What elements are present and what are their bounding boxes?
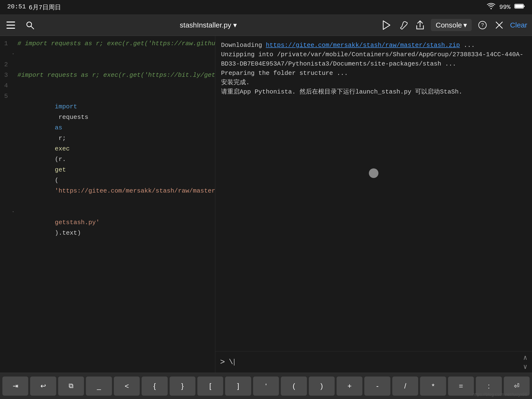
key-copy[interactable]: ⧉ <box>58 377 84 396</box>
key-underscore[interactable]: _ <box>86 377 112 396</box>
main-content: 1 # import requests as r; exec(r.get('ht… <box>0 36 532 373</box>
status-left: 20:51 6月7日周日 <box>7 3 61 12</box>
console-line-5: 请重启App Pythonista. 然后在根目录下运行launch_stash… <box>221 87 526 97</box>
svg-rect-5 <box>6 25 15 25</box>
key-bracket-close[interactable]: ] <box>225 377 251 396</box>
svg-point-0 <box>491 8 492 9</box>
line-content-5b: getstash.py' ).text) <box>16 207 215 249</box>
line-number-4: 4 <box>0 80 11 91</box>
console-line-2: Unzipping into /private/var/mobile/Conta… <box>221 50 526 69</box>
share-button[interactable] <box>414 19 426 31</box>
line-number-3: 3 <box>0 70 11 80</box>
line-number-1: 1 <box>0 38 11 49</box>
toolbar-center: stashInstaller.py ▾ <box>43 21 374 29</box>
console-line-4: 安装完成. <box>221 78 526 87</box>
key-minus[interactable]: - <box>364 377 390 396</box>
key-bracket-open[interactable]: [ <box>197 377 223 396</box>
clear-button[interactable]: Clear <box>510 21 527 29</box>
console-line-3: Preparing the folder structure ... <box>221 69 526 78</box>
line-dot-5b: • <box>11 207 16 217</box>
scroll-indicator <box>369 168 378 178</box>
console-link[interactable]: https://gitee.com/mersakk/stash/raw/mast… <box>266 42 460 49</box>
key-less-than[interactable]: < <box>114 377 140 396</box>
status-time: 20:51 <box>7 3 26 12</box>
line-content-3: #import requests as r; exec(r.get('https… <box>16 70 215 80</box>
console-panel: Downloading https://gitee.com/mersakk/st… <box>215 36 532 373</box>
run-button[interactable] <box>380 19 393 31</box>
code-lines: 1 # import requests as r; exec(r.get('ht… <box>0 36 215 373</box>
key-slash[interactable]: / <box>392 377 418 396</box>
battery-percentage: 99% <box>499 4 510 11</box>
wrench-button[interactable] <box>397 19 409 31</box>
key-brace-close[interactable]: } <box>170 377 196 396</box>
code-line-1: 1 # import requests as r; exec(r.get('ht… <box>0 38 215 49</box>
battery-icon <box>514 3 525 11</box>
line-number-2: 2 <box>0 59 11 70</box>
help-button[interactable]: ? <box>476 19 488 31</box>
console-prompt-area[interactable]: > \ ∧ ∨ <box>215 351 532 373</box>
line-content-5: import requests as r; exec (r. get ( 'ht… <box>16 91 215 207</box>
code-line-5b: • getstash.py' ).text) <box>0 207 215 249</box>
svg-text:?: ? <box>481 22 484 27</box>
svg-rect-4 <box>6 22 15 22</box>
key-quote[interactable]: ' <box>253 377 279 396</box>
key-paren-open[interactable]: ( <box>281 377 307 396</box>
prompt-scroll-buttons: ∧ ∨ <box>523 354 527 371</box>
toolbar: stashInstaller.py ▾ Console ▾ <box>0 14 532 36</box>
prompt-cursor <box>234 359 234 366</box>
status-date: 6月7日周日 <box>29 3 61 12</box>
console-label: Console <box>436 21 462 29</box>
toolbar-left <box>5 19 36 31</box>
prompt-symbol: > <box>220 358 225 367</box>
prompt-input[interactable]: \ <box>229 358 519 366</box>
scroll-up-button[interactable]: ∧ <box>523 354 527 362</box>
key-plus[interactable]: + <box>336 377 362 396</box>
code-line-2: 2 <box>0 59 215 70</box>
code-line-5: 5 import requests as r; exec (r. get ( '… <box>0 91 215 207</box>
status-right: 99% <box>487 3 525 12</box>
svg-line-8 <box>31 26 34 29</box>
key-tab[interactable]: ⇥ <box>2 377 28 396</box>
console-line-1: Downloading https://gitee.com/mersakk/st… <box>221 41 526 50</box>
svg-marker-9 <box>383 21 390 29</box>
search-button[interactable] <box>24 19 36 31</box>
code-line-3: 3 #import requests as r; exec(r.get('htt… <box>0 70 215 80</box>
console-output: Downloading https://gitee.com/mersakk/st… <box>215 36 532 351</box>
code-line-dot: • <box>0 49 215 59</box>
line-number-5: 5 <box>0 91 11 101</box>
console-tab[interactable]: Console ▾ <box>431 19 472 31</box>
file-title[interactable]: stashInstaller.py ▾ <box>180 21 237 29</box>
scroll-down-button[interactable]: ∨ <box>523 363 527 371</box>
keyboard-toolbar: ⇥ ↩ ⧉ _ < { } [ ] ' ( ) + - / * = <box>0 373 532 399</box>
console-spacer <box>221 97 526 192</box>
svg-rect-6 <box>6 28 15 29</box>
toolbar-right: Console ▾ ? Clear <box>380 19 527 31</box>
code-editor[interactable]: 1 # import requests as r; exec(r.get('ht… <box>0 36 215 373</box>
close-console-button[interactable] <box>493 19 505 31</box>
menu-button[interactable] <box>5 19 17 31</box>
key-asterisk[interactable]: * <box>420 377 446 396</box>
key-undo[interactable]: ↩ <box>30 377 56 396</box>
status-bar: 20:51 6月7日周日 99% <box>0 0 532 14</box>
svg-rect-3 <box>515 5 523 8</box>
key-brace-open[interactable]: { <box>142 377 167 396</box>
line-dot-extra: • <box>11 49 16 59</box>
wifi-icon <box>487 3 495 12</box>
line-content-1: # import requests as r; exec(r.get('http… <box>16 38 215 49</box>
file-chevron-icon: ▾ <box>233 21 237 29</box>
watermark: https://blog.csdn.net/luoyx66 <box>473 392 527 397</box>
key-equals[interactable]: = <box>448 377 474 396</box>
svg-rect-2 <box>524 6 525 7</box>
key-paren-close[interactable]: ) <box>309 377 335 396</box>
code-line-4: 4 <box>0 80 215 91</box>
console-chevron-icon: ▾ <box>463 21 467 29</box>
